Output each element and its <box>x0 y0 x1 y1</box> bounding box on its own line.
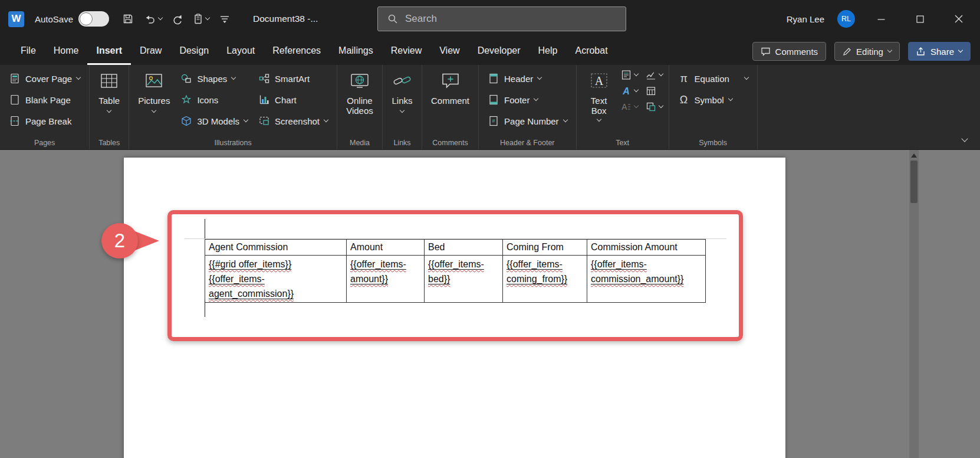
share-icon <box>916 47 926 56</box>
undo-button[interactable] <box>143 13 162 25</box>
share-button[interactable]: Share <box>908 42 971 61</box>
tab-home[interactable]: Home <box>45 38 88 65</box>
redo-button[interactable] <box>172 13 183 25</box>
tab-help[interactable]: Help <box>530 38 567 65</box>
tab-references[interactable]: References <box>264 38 330 65</box>
editing-mode-button[interactable]: Editing <box>834 42 900 61</box>
tab-mailings[interactable]: Mailings <box>330 38 382 65</box>
links-button[interactable]: Links <box>386 65 418 138</box>
ribbon-insert-panel: Cover Page Blank Page Page Break Pages T… <box>0 65 980 150</box>
titlebar-right-cluster: Ryan Lee RL <box>787 7 972 31</box>
ribbon-group-tables: Table Tables <box>90 65 129 149</box>
clipboard-button[interactable] <box>193 13 209 25</box>
wordart-button[interactable]: A <box>620 85 638 97</box>
symbol-icon: Ω <box>678 94 690 106</box>
new-comment-icon <box>440 70 461 91</box>
scrollbar-up-arrow-icon[interactable] <box>911 153 917 158</box>
blank-page-button[interactable]: Blank Page <box>4 89 85 110</box>
page-number-chevron-icon <box>563 117 567 122</box>
chart-button[interactable]: Chart <box>253 89 333 110</box>
icons-icon <box>180 94 192 106</box>
ribbon-group-illustrations: Pictures Shapes Icons 3D Models SmartArt <box>129 65 337 149</box>
search-bar[interactable] <box>377 6 626 31</box>
date-time-button[interactable] <box>645 85 663 97</box>
redo-icon <box>172 13 183 25</box>
comments-button[interactable]: Comments <box>752 42 827 61</box>
header-button[interactable]: Header <box>482 68 573 89</box>
screenshot-icon <box>258 115 270 127</box>
undo-icon <box>143 13 156 25</box>
minimize-icon <box>877 15 885 23</box>
3d-models-button[interactable]: 3D Models <box>175 110 253 132</box>
maximize-button[interactable] <box>907 7 933 31</box>
shapes-button[interactable]: Shapes <box>175 68 253 89</box>
screenshot-chevron-icon <box>324 117 328 122</box>
close-button[interactable] <box>946 7 972 31</box>
text-box-button[interactable]: A Text Box <box>580 65 618 138</box>
save-icon <box>122 13 134 25</box>
document-title: Document38 -... <box>253 14 318 24</box>
screenshot-button[interactable]: Screenshot <box>253 110 333 132</box>
comment-button[interactable]: Comment <box>426 65 475 138</box>
equation-button[interactable]: π Equation <box>673 68 754 89</box>
toggle-knob <box>80 12 93 25</box>
ribbon-group-header-footer: Header Footer # Page Number Header & Foo… <box>479 65 577 149</box>
tab-view[interactable]: View <box>430 38 468 65</box>
tab-review[interactable]: Review <box>382 38 430 65</box>
header-icon <box>488 73 499 84</box>
symbol-button[interactable]: Ω Symbol <box>673 89 754 110</box>
save-button[interactable] <box>122 13 134 25</box>
avatar[interactable]: RL <box>837 10 855 28</box>
table-button[interactable]: Table <box>93 65 125 138</box>
collapse-ribbon-button[interactable] <box>962 133 967 143</box>
minimize-button[interactable] <box>868 7 894 31</box>
customize-quick-access-icon <box>219 14 231 24</box>
icons-button[interactable]: Icons <box>175 89 253 110</box>
tab-file[interactable]: File <box>12 38 45 65</box>
tab-design[interactable]: Design <box>170 38 218 65</box>
table-icon <box>98 70 120 91</box>
quick-parts-button[interactable] <box>620 69 638 81</box>
page-number-button[interactable]: # Page Number <box>482 110 573 132</box>
equation-chevron-icon <box>744 75 748 80</box>
vertical-scrollbar[interactable] <box>909 150 919 458</box>
autosave-control: AutoSave <box>35 11 109 27</box>
shapes-chevron-icon <box>231 75 236 80</box>
footer-button[interactable]: Footer <box>482 89 573 110</box>
drop-cap-button[interactable]: A <box>620 101 638 113</box>
drop-cap-chevron-icon <box>633 103 638 108</box>
links-chevron-icon <box>400 108 405 113</box>
tab-layout[interactable]: Layout <box>218 38 264 65</box>
scrollbar-thumb[interactable] <box>910 161 917 203</box>
pictures-button[interactable]: Pictures <box>133 65 175 138</box>
date-time-icon <box>645 85 657 97</box>
clipboard-dropdown-chevron-icon[interactable] <box>205 15 210 20</box>
wordart-icon: A <box>620 85 632 97</box>
tab-acrobat[interactable]: Acrobat <box>566 38 616 65</box>
text-box-chevron-icon <box>596 117 601 122</box>
search-input[interactable] <box>405 13 600 25</box>
signature-line-button[interactable] <box>645 69 663 81</box>
header-chevron-icon <box>537 75 542 80</box>
signature-line-icon <box>645 69 657 81</box>
tab-insert[interactable]: Insert <box>87 38 131 65</box>
user-name: Ryan Lee <box>787 14 824 24</box>
tab-developer[interactable]: Developer <box>469 38 530 65</box>
document-canvas: Agent Commission Amount Bed Coming From … <box>0 150 980 458</box>
blank-page-icon <box>9 94 21 106</box>
smartart-button[interactable]: SmartArt <box>253 68 333 89</box>
online-videos-button[interactable]: Online Videos <box>341 65 379 138</box>
quick-access-toolbar <box>122 13 231 25</box>
object-button[interactable] <box>645 101 663 113</box>
tab-draw[interactable]: Draw <box>131 38 170 65</box>
svg-text:A: A <box>622 86 630 96</box>
undo-dropdown-chevron-icon[interactable] <box>158 15 163 20</box>
group-label-links: Links <box>383 139 422 147</box>
customize-quick-access-button[interactable] <box>219 14 231 24</box>
autosave-toggle[interactable] <box>78 11 109 27</box>
page-break-button[interactable]: Page Break <box>4 110 85 132</box>
group-label-media: Media <box>337 139 382 147</box>
cover-page-button[interactable]: Cover Page <box>4 68 85 89</box>
quick-parts-icon <box>620 69 632 81</box>
ribbon-tab-bar: File Home Insert Draw Design Layout Refe… <box>0 38 980 65</box>
